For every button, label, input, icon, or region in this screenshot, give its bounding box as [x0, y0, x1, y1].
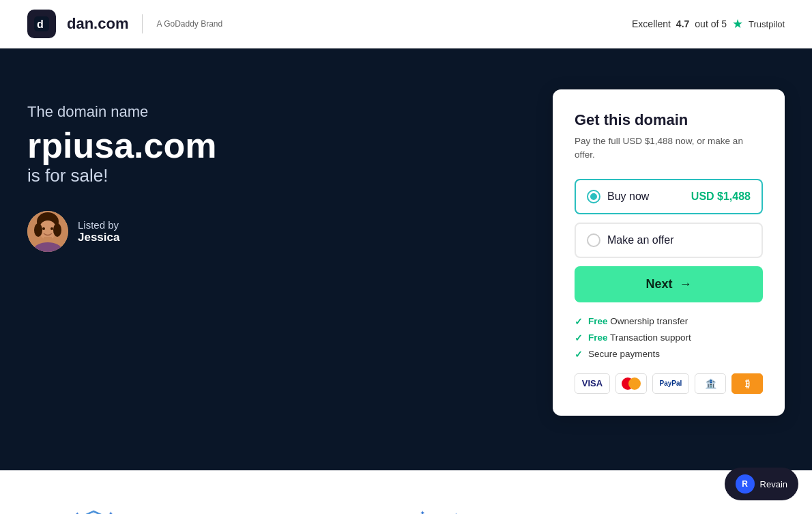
- svg-point-9: [42, 227, 45, 230]
- hero-forsale: is for sale!: [27, 165, 216, 186]
- next-button[interactable]: Next →: [575, 266, 763, 302]
- mastercard-icon: [615, 373, 647, 394]
- svg-point-10: [50, 227, 53, 230]
- shield-icon: ✦ ✦ ✦: [69, 506, 118, 515]
- godaddy-brand: A GoDaddy Brand: [156, 19, 222, 29]
- buyer-protection-feature: ✦ ✦ ✦: [27, 503, 159, 515]
- site-header: d dan.com A GoDaddy Brand Excellent 4.7 …: [0, 0, 812, 48]
- paper-plane-icon: ✦ ✦ ✦: [242, 506, 291, 515]
- buy-now-option[interactable]: Buy now USD $1,488: [575, 179, 763, 214]
- listed-by-text: Listed by Jessica: [78, 219, 119, 244]
- revain-icon: R: [736, 474, 755, 494]
- make-offer-radio: [587, 233, 600, 247]
- trustpilot-stars: ★: [732, 16, 743, 31]
- trustpilot-outof: out of 5: [695, 18, 727, 29]
- hassle-free-icon-area: ✦ ✦ 💳: [411, 503, 466, 515]
- card-title: Get this domain: [575, 111, 763, 129]
- bitcoin-icon: ₿: [731, 373, 763, 394]
- listed-by-label: Listed by: [78, 219, 119, 231]
- feature-secure: ✓ Secure payments: [575, 349, 763, 360]
- buy-now-left: Buy now: [587, 190, 649, 203]
- feature-transaction-text: Free Transaction support: [588, 332, 691, 343]
- hero-section: The domain name rpiusa.com is for sale!: [0, 48, 812, 470]
- make-offer-label: Make an offer: [607, 234, 674, 246]
- features-grid: ✦ ✦ ✦: [27, 503, 505, 515]
- trustpilot-logo: Trustpilot: [749, 19, 785, 29]
- listed-by-area: Listed by Jessica: [27, 211, 216, 252]
- bank-icon: 🏦: [695, 373, 726, 394]
- mc-orange: [628, 377, 641, 390]
- feature-transaction: ✓ Free Transaction support: [575, 332, 763, 343]
- make-offer-left: Make an offer: [587, 233, 674, 247]
- svg-point-6: [53, 223, 61, 237]
- payment-card-icon: ✦ ✦ 💳: [414, 506, 463, 515]
- revain-badge[interactable]: R Revain: [725, 468, 798, 500]
- check-icon-1: ✓: [575, 316, 583, 327]
- feature-ownership-text: Free Ownership transfer: [588, 316, 688, 326]
- logo-area: d dan.com A GoDaddy Brand: [27, 10, 222, 38]
- svg-text:✦: ✦: [454, 512, 459, 515]
- buyer-protection-icon-area: ✦ ✦ ✦: [66, 503, 121, 515]
- feature-ownership: ✓ Free Ownership transfer: [575, 316, 763, 327]
- check-icon-2: ✓: [575, 332, 583, 343]
- purchase-card: Get this domain Pay the full USD $1,488 …: [553, 89, 785, 416]
- card-features: ✓ Free Ownership transfer ✓ Free Transac…: [575, 316, 763, 360]
- hassle-free-feature: ✦ ✦ 💳 Hassle freepayments: [373, 503, 505, 515]
- make-offer-option[interactable]: Make an offer: [575, 223, 763, 258]
- trustpilot-area: Excellent 4.7 out of 5 ★ Trustpilot: [632, 16, 785, 31]
- buy-now-price: USD $1,488: [691, 190, 751, 203]
- payment-icons: VISA PayPal 🏦 ₿: [575, 373, 763, 394]
- svg-text:d: d: [37, 18, 44, 30]
- hero-left: The domain name rpiusa.com is for sale!: [27, 89, 216, 252]
- logo-text: dan.com: [67, 15, 128, 33]
- svg-text:✦: ✦: [74, 511, 80, 515]
- hero-subtitle: The domain name: [27, 103, 216, 121]
- avatar-image: [27, 211, 68, 252]
- card-subtitle: Pay the full USD $1,488 now, or make an …: [575, 134, 763, 162]
- svg-text:✦: ✦: [108, 511, 113, 515]
- avatar: [27, 211, 68, 252]
- dan-logo-icon: d: [27, 10, 56, 38]
- revain-label: Revain: [760, 479, 787, 489]
- bottom-features-section: ✦ ✦ ✦: [0, 470, 812, 515]
- trustpilot-excellent: Excellent: [632, 18, 671, 29]
- next-arrow-icon: →: [680, 277, 692, 291]
- buy-now-label: Buy now: [607, 190, 649, 203]
- feature-secure-text: Secure payments: [588, 349, 660, 359]
- logo-divider: [142, 14, 143, 33]
- paypal-icon: PayPal: [652, 373, 689, 394]
- trustpilot-score: 4.7: [676, 18, 689, 29]
- check-icon-3: ✓: [575, 349, 583, 360]
- buy-now-radio: [587, 190, 600, 203]
- svg-text:✦: ✦: [420, 509, 425, 515]
- fast-easy-feature: ✦ ✦ ✦ Fast & easytransfers: [200, 503, 332, 515]
- radio-inner: [590, 193, 597, 200]
- fast-easy-icon-area: ✦ ✦ ✦: [239, 503, 293, 515]
- svg-point-5: [34, 223, 42, 237]
- visa-icon: VISA: [575, 373, 610, 394]
- next-label: Next: [646, 277, 672, 291]
- listed-by-name: Jessica: [78, 231, 119, 244]
- domain-name: rpiusa.com: [27, 126, 216, 165]
